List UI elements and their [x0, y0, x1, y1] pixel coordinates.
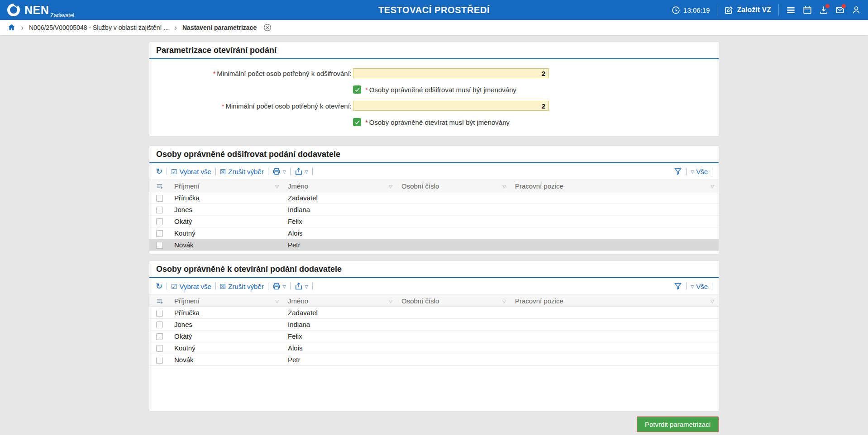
column-header-osobni-cislo[interactable]: Osobní číslo▽ — [397, 295, 510, 307]
toolbar-separator — [167, 283, 167, 290]
cell-jmeno: Indiana — [283, 319, 397, 331]
select-all-icon: ☑ — [171, 283, 177, 290]
open-named-checkbox[interactable] — [353, 118, 361, 126]
messages-button[interactable] — [835, 5, 844, 14]
column-header-prijmeni[interactable]: Příjmení▽ — [170, 180, 283, 192]
filter-triangle-icon[interactable]: ▽ — [711, 299, 714, 304]
cell-jmeno: Felix — [283, 216, 397, 227]
toolbar-separator — [312, 283, 313, 290]
parametrization-form: *Minimální počet osob potřebný k odšifro… — [149, 59, 719, 136]
table-row[interactable]: Novák Petr — [149, 239, 719, 251]
cell-prijmeni: Novák — [170, 354, 283, 366]
printer-icon — [272, 167, 281, 175]
filter-triangle-icon[interactable]: ▽ — [275, 184, 279, 189]
column-header-jmeno[interactable]: Jméno▽ — [283, 295, 397, 307]
cell-jmeno: Zadavatel — [283, 192, 397, 204]
row-checkbox[interactable] — [156, 218, 163, 225]
table-header-row: Příjmení▽ Jméno▽ Osobní číslo▽ Pracovní … — [149, 295, 719, 307]
export-button[interactable]: ▽ — [295, 282, 308, 290]
print-button[interactable]: ▽ — [272, 282, 286, 290]
row-checkbox[interactable] — [156, 333, 163, 340]
table-row[interactable]: Jones Indiana — [149, 204, 719, 216]
export-button[interactable]: ▽ — [295, 167, 308, 175]
column-header-prijmeni[interactable]: Příjmení▽ — [170, 295, 283, 307]
nen-logo[interactable]: NEN Zadavatel — [7, 4, 74, 16]
calendar-button[interactable] — [803, 5, 812, 14]
cell-pracovni-pozice — [510, 331, 719, 342]
confirm-parametrization-button[interactable]: Potvrdit parametrizaci — [637, 416, 719, 432]
row-checkbox[interactable] — [156, 195, 163, 202]
refresh-button[interactable]: ↻ — [156, 282, 162, 290]
decrypt-named-label: *Osoby oprávněné odšifrovat musí být jme… — [365, 86, 516, 94]
clear-selection-button[interactable]: ☒ Zrušit výběr — [220, 168, 264, 175]
select-all-button[interactable]: ☑ Vybrat vše — [171, 168, 211, 175]
cell-pracovni-pozice — [510, 227, 719, 239]
filter-triangle-icon[interactable]: ▽ — [502, 299, 506, 304]
home-button[interactable] — [8, 24, 15, 31]
cell-jmeno: Zadavatel — [283, 307, 397, 319]
downloads-button[interactable] — [819, 5, 828, 14]
filter-triangle-icon[interactable]: ▽ — [502, 184, 506, 189]
clear-selection-button[interactable]: ☒ Zrušit výběr — [220, 283, 264, 290]
view-all-button[interactable]: ▽ Vše — [691, 283, 708, 290]
filter-triangle-icon[interactable]: ▽ — [389, 184, 392, 189]
column-settings-header[interactable] — [149, 180, 170, 192]
cell-jmeno: Felix — [283, 331, 397, 342]
menu-button[interactable] — [786, 5, 796, 15]
cell-pracovni-pozice — [510, 342, 719, 354]
filter-triangle-icon[interactable]: ▽ — [711, 184, 714, 189]
select-all-icon: ☑ — [171, 168, 177, 175]
filter-button[interactable] — [674, 282, 682, 290]
decrypt-count-input[interactable] — [353, 68, 549, 78]
breadcrumb-item-procedure[interactable]: N006/25/V00005048 - Služby v oblasti zaj… — [29, 24, 169, 31]
decrypt-named-checkbox[interactable] — [353, 85, 361, 94]
cell-pracovni-pozice — [510, 192, 719, 204]
select-all-button[interactable]: ☑ Vybrat vše — [171, 283, 211, 290]
filter-triangle-icon[interactable]: ▽ — [275, 299, 279, 304]
column-header-osobni-cislo[interactable]: Osobní číslo▽ — [397, 180, 510, 192]
open-count-input[interactable] — [353, 101, 549, 111]
table-row[interactable]: Koutný Alois — [149, 227, 719, 239]
row-checkbox[interactable] — [156, 207, 163, 213]
row-checkbox[interactable] — [156, 357, 163, 364]
row-checkbox[interactable] — [156, 242, 163, 249]
table-row[interactable]: Jones Indiana — [149, 319, 719, 331]
main-content: Parametrizace otevírání podání *Minimáln… — [149, 42, 719, 411]
close-tab-button[interactable] — [263, 24, 272, 32]
print-button[interactable]: ▽ — [272, 167, 286, 175]
column-header-pracovni-pozice[interactable]: Pracovní pozice▽ — [510, 180, 719, 192]
cell-pracovni-pozice — [510, 216, 719, 227]
cell-osobni-cislo — [397, 342, 510, 354]
filter-triangle-icon[interactable]: ▽ — [389, 299, 392, 304]
view-all-button[interactable]: ▽ Vše — [691, 168, 708, 175]
calendar-icon — [803, 5, 812, 14]
table-row[interactable]: Novák Petr — [149, 354, 719, 366]
hamburger-icon — [786, 5, 796, 15]
section-title-open-persons: Osoby oprávněné k otevírání podání dodav… — [149, 261, 719, 278]
create-vz-button[interactable]: Založit VZ — [725, 6, 771, 14]
row-checkbox[interactable] — [156, 310, 163, 317]
column-header-jmeno[interactable]: Jméno▽ — [283, 180, 397, 192]
table-row[interactable]: Příručka Zadavatel — [149, 307, 719, 319]
row-checkbox[interactable] — [156, 322, 163, 328]
column-settings-icon — [149, 182, 170, 190]
column-header-pracovni-pozice[interactable]: Pracovní pozice▽ — [510, 295, 719, 307]
open-persons-table: Příjmení▽ Jméno▽ Osobní číslo▽ Pracovní … — [149, 294, 719, 366]
table-row[interactable]: Okátý Felix — [149, 216, 719, 227]
cell-pracovni-pozice — [510, 307, 719, 319]
row-checkbox[interactable] — [156, 230, 163, 237]
topbar-separator — [778, 4, 779, 16]
cell-osobni-cislo — [397, 216, 510, 227]
column-settings-header[interactable] — [149, 295, 170, 307]
open-count-label: *Minimální počet osob potřebný k otevřen… — [149, 102, 353, 110]
table-row[interactable]: Koutný Alois — [149, 342, 719, 354]
table-row[interactable]: Okátý Felix — [149, 331, 719, 342]
refresh-button[interactable]: ↻ — [156, 167, 162, 175]
profile-button[interactable] — [852, 5, 861, 14]
row-checkbox[interactable] — [156, 345, 163, 352]
table-row[interactable]: Příručka Zadavatel — [149, 192, 719, 204]
filter-button[interactable] — [674, 167, 682, 175]
cell-osobni-cislo — [397, 354, 510, 366]
edit-icon — [725, 6, 733, 14]
cell-prijmeni: Okátý — [170, 216, 283, 227]
